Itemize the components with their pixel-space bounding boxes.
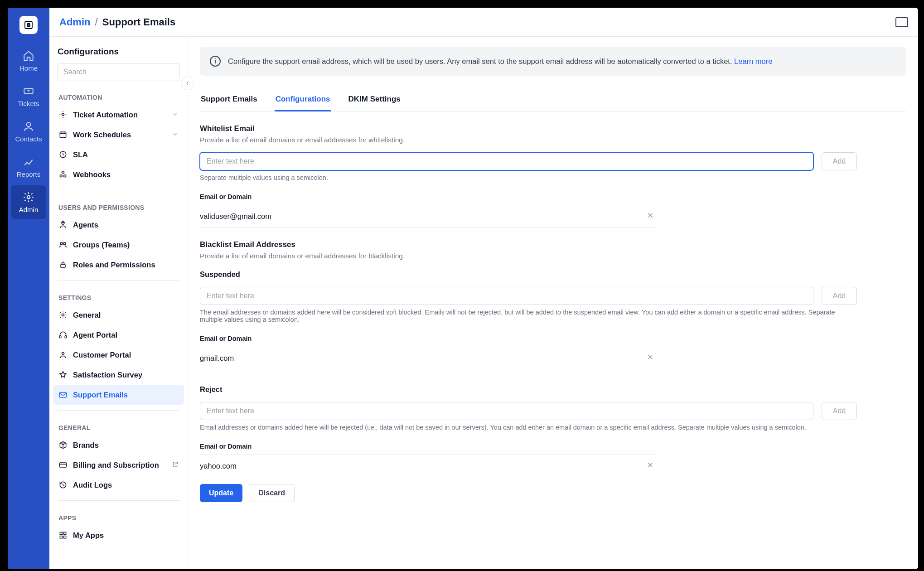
svg-rect-21 — [60, 532, 62, 534]
reject-value: yahoo.com — [200, 462, 237, 470]
suspended-row: gmail.com — [200, 347, 658, 369]
whitelist-helper: Separate multiple values using a semicol… — [200, 174, 906, 181]
reports-icon — [23, 156, 34, 168]
svg-rect-16 — [60, 336, 61, 338]
nav-reports[interactable]: Reports — [11, 150, 46, 184]
suspended-helper: The email addresses or domains added her… — [200, 309, 857, 323]
reject-input[interactable] — [200, 402, 813, 420]
menu-sla[interactable]: SLA — [49, 145, 188, 165]
svg-rect-23 — [60, 536, 62, 538]
whitelist-col-header: Email or Domain — [200, 193, 658, 205]
headset-icon — [58, 330, 68, 339]
info-icon: i — [210, 56, 221, 67]
whitelist-value: validuser@gmail.com — [200, 212, 271, 221]
history-icon — [58, 480, 68, 489]
app-logo[interactable] — [19, 16, 38, 34]
menu-audit-logs[interactable]: Audit Logs — [49, 475, 188, 495]
user-icon — [58, 350, 68, 359]
svg-point-3 — [27, 122, 31, 126]
update-button[interactable]: Update — [200, 484, 242, 502]
external-link-icon — [172, 461, 179, 469]
breadcrumb-root[interactable]: Admin — [59, 16, 90, 28]
suspended-col-header: Email or Domain — [200, 335, 658, 347]
nav-admin-label: Admin — [19, 206, 39, 213]
tab-configurations[interactable]: Configurations — [275, 88, 331, 111]
svg-rect-14 — [61, 264, 65, 268]
home-icon — [23, 50, 34, 62]
whitelist-input[interactable] — [200, 152, 813, 170]
calendar-icon — [58, 130, 68, 139]
suspended-label: Suspended — [200, 270, 906, 279]
discard-button[interactable]: Discard — [249, 484, 295, 502]
contacts-icon — [23, 121, 34, 132]
menu-satisfaction[interactable]: Satisfaction Survey — [49, 365, 188, 385]
device-icon[interactable] — [895, 17, 908, 27]
menu-roles[interactable]: Roles and Permissions — [49, 255, 188, 275]
menu-brands[interactable]: Brands — [49, 435, 188, 455]
reject-col-header: Email or Domain — [200, 443, 658, 455]
section-general: GENERAL — [49, 416, 188, 435]
remove-whitelist-button[interactable] — [647, 212, 658, 221]
menu-general[interactable]: General — [49, 305, 188, 325]
tabs: Support Emails Configurations DKIM Setti… — [200, 88, 906, 111]
webhook-icon — [58, 170, 68, 179]
section-automation: AUTOMATION — [49, 86, 188, 105]
svg-point-8 — [60, 175, 62, 177]
sla-icon — [58, 150, 68, 159]
gear-icon — [23, 191, 34, 203]
svg-point-13 — [63, 242, 66, 245]
menu-customer-portal[interactable]: Customer Portal — [49, 345, 188, 365]
blacklist-desc: Provide a list of email domains or email… — [200, 252, 906, 260]
config-sidebar: Configurations AUTOMATION Ticket Automat… — [49, 37, 188, 569]
blacklist-title: Blacklist Email Addresses — [200, 240, 906, 249]
nav-contacts[interactable]: Contacts — [11, 115, 46, 148]
learn-more-link[interactable]: Learn more — [734, 57, 772, 65]
topbar: Admin / Support Emails — [49, 8, 918, 37]
reject-add-button[interactable]: Add — [822, 402, 857, 420]
whitelist-title: Whitelist Email — [200, 124, 906, 133]
nav-tickets[interactable]: Tickets — [11, 79, 46, 113]
remove-suspended-button[interactable] — [647, 353, 658, 363]
section-apps: APPS — [49, 506, 188, 525]
menu-support-emails[interactable]: Support Emails — [53, 385, 184, 405]
svg-point-4 — [27, 195, 30, 198]
menu-groups[interactable]: Groups (Teams) — [49, 235, 188, 255]
content-area: i Configure the support email address, w… — [188, 37, 918, 569]
nav-reports-label: Reports — [17, 170, 41, 178]
remove-reject-button[interactable] — [647, 461, 658, 470]
menu-agent-portal[interactable]: Agent Portal — [49, 325, 188, 345]
suspended-input[interactable] — [200, 287, 813, 305]
menu-my-apps[interactable]: My Apps — [49, 525, 188, 545]
automation-icon — [58, 110, 68, 119]
svg-point-11 — [62, 222, 64, 224]
svg-rect-17 — [65, 336, 66, 338]
chevron-down-icon — [172, 131, 179, 139]
apps-icon — [58, 531, 68, 540]
nav-admin[interactable]: Admin — [11, 185, 46, 219]
nav-tickets-label: Tickets — [18, 100, 39, 107]
menu-webhooks[interactable]: Webhooks — [49, 165, 188, 184]
tab-dkim-settings[interactable]: DKIM Settings — [348, 88, 402, 111]
menu-billing[interactable]: Billing and Subscription — [49, 455, 188, 475]
nav-contacts-label: Contacts — [15, 135, 42, 143]
menu-agents[interactable]: Agents — [49, 215, 188, 235]
menu-work-schedules[interactable]: Work Schedules — [49, 125, 188, 145]
agent-icon — [58, 220, 68, 229]
collapse-sidebar-button[interactable] — [181, 77, 194, 90]
menu-ticket-automation[interactable]: Ticket Automation — [49, 105, 188, 125]
chevron-left-icon — [185, 81, 190, 86]
svg-rect-19 — [60, 392, 67, 397]
sidebar-search-input[interactable] — [58, 63, 179, 81]
nav-home[interactable]: Home — [11, 44, 46, 77]
tab-support-emails[interactable]: Support Emails — [200, 88, 258, 111]
billing-icon — [58, 460, 68, 469]
section-users: USERS AND PERMISSIONS — [49, 196, 188, 215]
lock-icon — [58, 260, 68, 269]
suspended-add-button[interactable]: Add — [822, 287, 857, 305]
svg-rect-24 — [64, 536, 66, 538]
svg-rect-6 — [60, 132, 66, 138]
ticket-icon — [23, 85, 34, 97]
nav-rail: Home Tickets Contacts Reports Admin — [8, 8, 49, 569]
whitelist-add-button[interactable]: Add — [822, 152, 857, 170]
mail-icon — [58, 390, 68, 399]
